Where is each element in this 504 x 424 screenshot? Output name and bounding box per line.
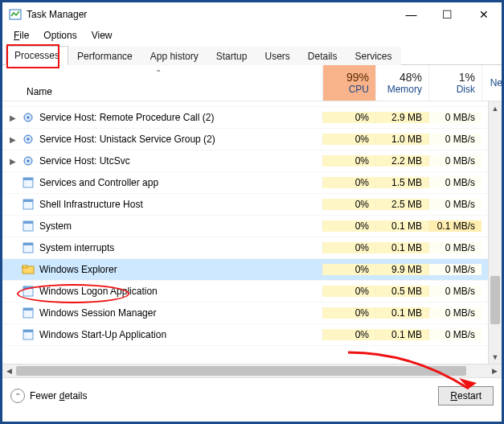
menubar: File Options View [2,27,502,44]
disk-cell: 0 MB/s [428,307,481,319]
tab-processes[interactable]: Processes [6,46,68,65]
scroll-thumb[interactable] [490,276,500,324]
memory-cell: 0.5 MB [375,286,428,297]
process-name: Service Host: Remote Procedure Call (2) [39,112,214,123]
fewer-details-label: Fewer details [30,390,87,401]
tabstrip: Processes Performance App history Startu… [2,44,502,65]
disk-cell: 0 MB/s [428,329,481,340]
footer: ⌃ Fewer details Restart [2,377,502,414]
maximize-button[interactable]: ☐ [429,2,465,27]
svg-rect-20 [23,286,33,289]
memory-cell: 2.2 MB [375,155,428,167]
menu-file[interactable]: File [7,28,35,43]
fewer-details-button[interactable]: ⌃ Fewer details [10,389,87,403]
process-name: Shell Infrastructure Host [39,199,143,210]
sort-indicator-icon: ⌃ [155,68,162,77]
svg-rect-10 [23,178,33,180]
disk-cell: 0 MB/s [428,134,481,145]
expander-icon[interactable]: ▶ [7,135,18,144]
memory-cell: 0.1 MB [375,307,428,319]
horizontal-scrollbar[interactable]: ◀ ▶ [2,364,502,377]
titlebar: Task Manager — ☐ ✕ [2,2,502,27]
cpu-cell: 0% [322,134,375,145]
scroll-left-button[interactable]: ◀ [2,364,16,378]
cpu-cell: 0% [322,264,375,275]
disk-cell: 0 MB/s [428,199,481,210]
process-icon [22,154,35,167]
cpu-cell: 0% [322,112,375,123]
memory-cell: 2.9 MB [375,112,428,123]
svg-rect-16 [23,243,33,245]
menu-options[interactable]: Options [37,28,83,43]
table-row[interactable]: ▶Shell Infrastructure Host0%2.5 MB0 MB/s [2,194,502,216]
table-row[interactable]: ▶Windows Explorer0%9.9 MB0 MB/s [2,259,502,281]
column-headers: ⌃ Name 99% CPU 48% Memory 1% Disk Ne [2,65,502,101]
table-row[interactable]: ▶Windows Start-Up Application0%0.1 MB0 M… [2,324,502,346]
memory-cell: 0.1 MB [375,329,428,340]
process-name: Windows Logon Application [39,286,158,297]
svg-point-8 [27,160,30,163]
disk-cell: 0 MB/s [428,177,481,188]
cpu-cell: 0% [322,220,375,232]
tab-users[interactable]: Users [256,47,298,65]
table-row[interactable]: ▶Service Host: Remote Procedure Call (2)… [2,107,502,129]
disk-cell: 0 MB/s [428,155,481,167]
column-header-network[interactable]: Ne [481,65,504,101]
table-row[interactable]: ▶Service Host: Network Service (4)0%2.4 … [2,101,502,107]
process-icon [22,307,35,319]
scroll-up-button[interactable]: ▲ [489,101,502,115]
close-button[interactable]: ✕ [465,2,502,27]
column-header-cpu[interactable]: 99% CPU [322,65,375,101]
disk-cell: 0 MB/s [428,112,481,123]
process-icon [22,328,35,341]
table-row[interactable]: ▶System0%0.1 MB0.1 MB/s [2,216,502,237]
tab-services[interactable]: Services [346,47,401,65]
tab-startup[interactable]: Startup [207,47,256,65]
memory-cell: 1.5 MB [375,177,428,188]
expander-icon[interactable]: ▶ [7,157,18,166]
table-row[interactable]: ▶Windows Session Manager0%0.1 MB0 MB/s [2,303,502,324]
process-icon [22,176,35,189]
tab-details[interactable]: Details [299,47,346,65]
table-row[interactable]: ▶System interrupts0%0.1 MB0 MB/s [2,237,502,259]
process-name: Windows Session Manager [39,307,156,319]
svg-rect-14 [23,221,33,224]
memory-cell: 2.5 MB [375,199,428,210]
hscroll-thumb[interactable] [16,366,466,376]
task-manager-icon [9,8,22,21]
memory-percent: 48% [400,71,422,84]
process-name: Service Host: Unistack Service Group (2) [39,134,215,145]
svg-rect-18 [23,266,27,268]
window-title: Task Manager [27,9,87,20]
table-row[interactable]: ▶Service Host: Unistack Service Group (2… [2,129,502,150]
disk-cell: 0 MB/s [428,242,481,253]
restart-button[interactable]: Restart [438,386,494,405]
process-icon [22,263,35,276]
minimize-button[interactable]: — [393,2,429,27]
tab-app-history[interactable]: App history [141,47,207,65]
expander-icon[interactable]: ▶ [7,113,18,122]
table-row[interactable]: ▶Services and Controller app0%1.5 MB0 MB… [2,172,502,194]
table-row[interactable]: ▶Service Host: UtcSvc0%2.2 MB0 MB/s [2,150,502,172]
network-label: Ne [490,77,502,89]
process-icon [22,111,35,124]
process-list: ▶Service Host: Network Service (4)0%2.4 … [2,101,502,364]
column-header-memory[interactable]: 48% Memory [375,65,428,101]
column-header-disk[interactable]: 1% Disk [428,65,481,101]
scroll-track[interactable] [489,115,502,350]
disk-cell: 0 MB/s [428,264,481,275]
svg-point-4 [27,117,30,119]
cpu-cell: 0% [322,242,375,253]
tab-performance[interactable]: Performance [68,47,141,65]
scroll-right-button[interactable]: ▶ [488,364,502,378]
vertical-scrollbar[interactable]: ▲ ▼ [488,101,502,364]
column-header-name-label: Name [27,86,322,97]
menu-view[interactable]: View [85,28,119,43]
process-name: System interrupts [39,242,114,253]
disk-percent: 1% [459,71,475,84]
scroll-down-button[interactable]: ▼ [489,350,502,364]
table-row[interactable]: ▶Windows Logon Application0%0.5 MB0 MB/s [2,281,502,303]
process-icon [22,101,35,102]
process-icon [22,198,35,211]
column-header-name[interactable]: ⌃ Name [2,65,322,101]
